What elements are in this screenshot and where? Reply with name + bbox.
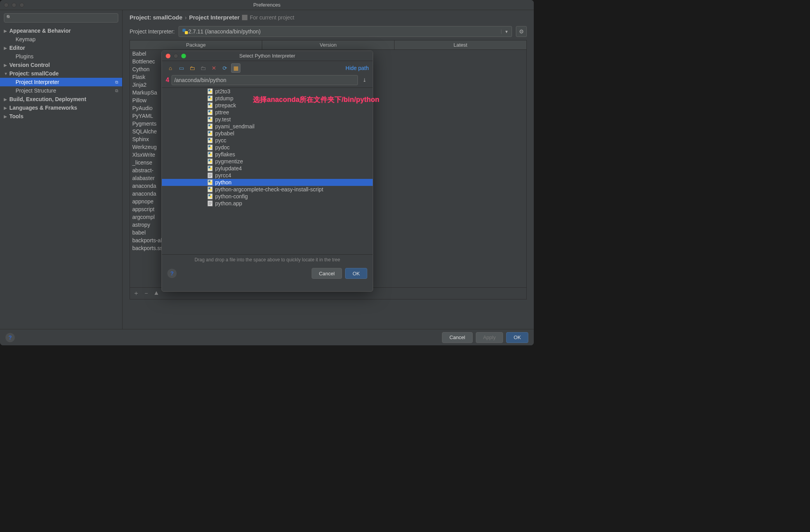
sidebar-item-tools[interactable]: ▶Tools	[0, 112, 122, 121]
file-item[interactable]: pydoc	[162, 144, 373, 151]
upgrade-package-button[interactable]: ▲	[153, 289, 160, 298]
sidebar-item-keymap[interactable]: Keymap	[0, 35, 122, 44]
scope-icon	[242, 15, 247, 20]
sidebar-item-build-execution-deployment[interactable]: ▶Build, Execution, Deployment	[0, 95, 122, 103]
file-item[interactable]: python-argcomplete-check-easy-install-sc…	[162, 186, 373, 193]
modal-minimize-button[interactable]	[174, 54, 178, 58]
col-package[interactable]: Package	[130, 40, 262, 49]
modal-maximize-button[interactable]	[181, 54, 186, 58]
path-history-button[interactable]: ⤓	[360, 76, 369, 84]
modal-ok-button[interactable]: OK	[345, 268, 367, 279]
cell-latest	[394, 151, 526, 159]
col-latest[interactable]: Latest	[394, 40, 526, 49]
cancel-button[interactable]: Cancel	[442, 332, 472, 343]
breadcrumb: Project: smallCode › Project Interpreter…	[130, 14, 527, 21]
window-title: Preferences	[253, 2, 281, 8]
interpreter-dropdown[interactable]: 2.7.11 (/anaconda/bin/python) ▼	[179, 26, 512, 37]
file-item[interactable]: pyami_sendmail	[162, 123, 373, 130]
file-name: pttree	[215, 109, 229, 116]
cell-latest	[394, 135, 526, 143]
sidebar-item-project-smallcode[interactable]: ▼Project: smallCode	[0, 69, 122, 78]
table-header: Package Version Latest	[130, 40, 527, 50]
cell-latest	[394, 104, 526, 112]
add-package-button[interactable]: ＋	[133, 289, 139, 298]
file-item[interactable]: py.test	[162, 116, 373, 123]
chevron-right-icon: ▶	[4, 114, 7, 119]
hide-path-link[interactable]: Hide path	[345, 65, 369, 71]
svg-rect-16	[210, 119, 212, 121]
file-item[interactable]: pylupdate4	[162, 165, 373, 172]
svg-rect-1	[185, 31, 188, 34]
file-item[interactable]: pycc	[162, 137, 373, 144]
sidebar-item-appearance-behavior[interactable]: ▶Appearance & Behavior	[0, 26, 122, 35]
ok-button[interactable]: OK	[506, 332, 528, 343]
file-item[interactable]: pygmentize	[162, 158, 373, 165]
gear-icon: ⚙	[519, 28, 524, 35]
maximize-window-button[interactable]	[19, 3, 24, 7]
sidebar-item-languages-frameworks[interactable]: ▶Languages & Frameworks	[0, 103, 122, 112]
svg-rect-28	[210, 147, 212, 149]
bottom-bar: ? Cancel Apply OK	[0, 329, 534, 345]
cell-latest	[394, 128, 526, 135]
cell-latest	[394, 182, 526, 190]
breadcrumb-page: Project Interpreter	[189, 14, 240, 21]
python-file-icon	[207, 179, 213, 186]
text-file-icon	[207, 200, 213, 206]
close-window-button[interactable]	[4, 3, 9, 7]
preferences-sidebar: ▶Appearance & BehaviorKeymap▶EditorPlugi…	[0, 10, 123, 329]
file-name: python.app	[215, 200, 242, 206]
remove-package-button[interactable]: －	[143, 289, 149, 298]
refresh-button[interactable]: ⟳	[220, 63, 230, 73]
sidebar-item-plugins[interactable]: Plugins	[0, 52, 122, 61]
cell-latest	[394, 174, 526, 182]
interpreter-row: Project Interpreter: 2.7.11 (/anaconda/b…	[130, 26, 527, 37]
show-hidden-button[interactable]: ▦	[231, 63, 240, 73]
file-item[interactable]: pybabel	[162, 130, 373, 137]
file-tree[interactable]: pt2to3ptdumpptrepackpttreepy.testpyami_s…	[162, 88, 373, 255]
select-interpreter-modal: Select Python Interpreter ⌂ ▭ 🗀 🗀 ✕ ⟳ ▦ …	[161, 51, 373, 292]
modal-close-button[interactable]	[166, 54, 170, 58]
file-item[interactable]: pttree	[162, 109, 373, 116]
file-item[interactable]: python.app	[162, 200, 373, 207]
modal-footer: ? Cancel OK	[162, 265, 373, 282]
home-button[interactable]: ⌂	[166, 63, 175, 73]
sidebar-item-project-interpreter[interactable]: Project Interpreter⧉	[0, 78, 122, 86]
sidebar-item-editor[interactable]: ▶Editor	[0, 44, 122, 52]
cell-latest	[394, 50, 526, 58]
new-folder-button[interactable]: 🗀	[198, 63, 208, 73]
python-file-icon	[207, 186, 213, 192]
file-name: pyrcc4	[215, 172, 231, 178]
desktop-button[interactable]: ▭	[177, 63, 186, 73]
cell-latest	[394, 73, 526, 81]
interpreter-settings-button[interactable]: ⚙	[516, 26, 527, 37]
file-item[interactable]: pyrcc4	[162, 172, 373, 179]
col-version[interactable]: Version	[262, 40, 394, 49]
annotation-step-number: 4	[166, 77, 169, 84]
modal-titlebar: Select Python Interpreter	[162, 51, 373, 61]
desktop-icon: ▭	[179, 65, 184, 71]
path-input[interactable]	[172, 75, 358, 85]
search-input[interactable]	[4, 13, 118, 23]
sidebar-item-project-structure[interactable]: Project Structure⧉	[0, 86, 122, 95]
python-file-icon	[207, 165, 213, 172]
sidebar-item-label: Project Structure	[16, 88, 56, 94]
sidebar-item-version-control[interactable]: ▶Version Control	[0, 61, 122, 69]
breadcrumb-project: Project: smallCode	[130, 14, 182, 21]
file-item[interactable]: python	[162, 179, 373, 186]
apply-button[interactable]: Apply	[476, 332, 503, 343]
svg-rect-34	[210, 161, 212, 163]
project-button[interactable]: 🗀	[188, 63, 197, 73]
modal-help-button[interactable]: ?	[167, 269, 177, 278]
minimize-window-button[interactable]	[12, 3, 16, 7]
chevron-down-icon: ▼	[501, 30, 508, 34]
file-item[interactable]: pyflakes	[162, 151, 373, 158]
modal-cancel-button[interactable]: Cancel	[312, 268, 342, 279]
chevron-down-icon: ▼	[4, 72, 8, 76]
sidebar-item-label: Build, Execution, Deployment	[9, 96, 86, 102]
file-item[interactable]: python-config	[162, 193, 373, 200]
file-name: pt2to3	[215, 88, 230, 94]
file-item[interactable]: pt2to3	[162, 88, 373, 95]
sidebar-item-label: Appearance & Behavior	[9, 28, 71, 34]
delete-button[interactable]: ✕	[209, 63, 219, 73]
help-button[interactable]: ?	[5, 333, 15, 342]
